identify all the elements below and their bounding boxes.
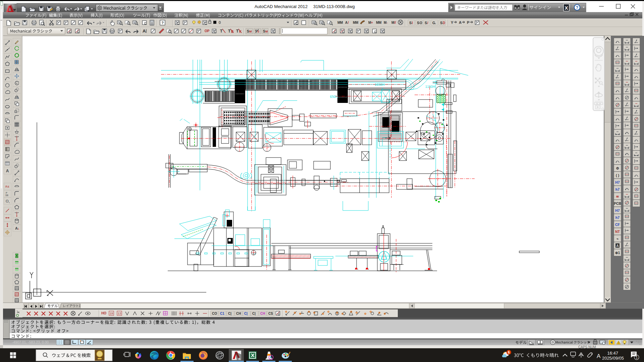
svg-text:CO: CO — [212, 312, 217, 315]
svg-text:C|: C| — [228, 312, 231, 315]
svg-text:M: M — [379, 21, 381, 24]
svg-text:A: A — [616, 244, 619, 248]
svg-text:6: 6 — [508, 351, 510, 354]
svg-text:P: P — [6, 192, 7, 194]
svg-text:S: S — [417, 21, 419, 25]
svg-text://: // — [394, 21, 396, 24]
svg-text:T: T — [236, 29, 239, 34]
svg-text:S: S — [440, 21, 442, 25]
svg-text:C|: C| — [252, 312, 256, 315]
svg-text:Φ: Φ — [616, 166, 619, 170]
svg-text:D: D — [443, 21, 445, 25]
svg-text:n: n — [238, 357, 240, 361]
svg-text:-: - — [386, 21, 387, 24]
svg-text:2025/09/05: 2025/09/05 — [602, 356, 624, 361]
svg-text:16:47: 16:47 — [607, 351, 618, 356]
svg-text:≋: ≋ — [616, 194, 619, 198]
svg-text:19: 19 — [110, 312, 113, 315]
svg-text:HO: HO — [101, 311, 106, 315]
svg-text:R4: R4 — [5, 185, 9, 188]
svg-text:AutoCAD Mechanical 2012: AutoCAD Mechanical 2012 — [255, 4, 308, 9]
svg-text:H7: H7 — [615, 180, 620, 184]
svg-text:+: + — [371, 21, 373, 24]
svg-text:A: A — [6, 169, 9, 173]
svg-text:h7: h7 — [615, 216, 620, 220]
svg-text:T: T — [220, 29, 223, 34]
svg-text:P: P — [467, 20, 469, 24]
svg-text:H7: H7 — [615, 208, 620, 213]
svg-text:O: O — [6, 199, 9, 203]
svg-text:C|: C| — [244, 312, 248, 315]
svg-text:B: B — [231, 30, 233, 34]
svg-text:13: 13 — [118, 312, 121, 315]
svg-text:Y: Y — [451, 20, 453, 24]
svg-text:O: O — [420, 21, 422, 25]
svg-text:CH: CH — [260, 312, 265, 315]
svg-text:!: ! — [618, 342, 619, 344]
svg-text:M: M — [356, 21, 358, 24]
svg-text:31MD-113-000B.dwg: 31MD-113-000B.dwg — [313, 4, 355, 9]
svg-text:?: ? — [161, 21, 164, 25]
svg-text:⌁: ⌁ — [616, 237, 619, 241]
svg-text:A: A — [459, 20, 462, 24]
svg-text:A: A — [597, 353, 601, 359]
svg-text:T: T — [228, 29, 231, 34]
svg-text:/: / — [427, 21, 428, 25]
svg-text:( ): ( ) — [616, 173, 619, 177]
svg-text:S: S — [409, 21, 412, 25]
svg-text:OP: OP — [205, 29, 210, 33]
svg-text:NT: NT — [615, 230, 620, 234]
svg-text:.: . — [435, 21, 436, 25]
svg-text:M: M — [340, 21, 343, 24]
svg-text:M: M — [265, 30, 268, 33]
svg-text:1: 1 — [636, 356, 638, 359]
svg-text:S: S — [247, 29, 249, 33]
svg-text:X: X — [565, 5, 568, 11]
svg-text:S: S — [263, 29, 265, 33]
svg-text:PCB: PCB — [614, 201, 622, 205]
svg-text:CS: CS — [268, 312, 273, 315]
svg-text:K: K — [239, 30, 242, 34]
svg-text:⊕1: ⊕1 — [615, 251, 620, 255]
svg-text:?: ? — [576, 5, 578, 10]
svg-text:C1: C1 — [220, 312, 224, 315]
svg-text:M: M — [249, 30, 252, 33]
svg-text:S: S — [425, 21, 427, 25]
svg-text:h7: h7 — [615, 187, 620, 191]
svg-text:S8: S8 — [5, 194, 8, 196]
svg-text:CH: CH — [236, 312, 241, 315]
svg-text:-4907.01, -583.23, 0.00: -4907.01, -583.23, 0.00 — [12, 340, 49, 344]
svg-text:A: A — [345, 21, 347, 24]
svg-text:I: I — [412, 21, 413, 25]
svg-text:0: 0 — [219, 20, 221, 24]
svg-text:/: / — [348, 21, 349, 24]
svg-text:A: A — [15, 226, 18, 230]
svg-text:A: A — [143, 28, 146, 34]
svg-text:CF: CF — [615, 223, 620, 227]
